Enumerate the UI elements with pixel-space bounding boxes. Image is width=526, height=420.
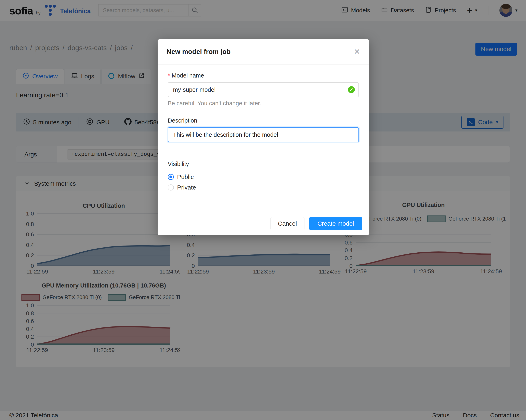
modal-divider xyxy=(168,153,359,153)
close-icon[interactable]: ✕ xyxy=(354,48,360,55)
radio-unselected-icon xyxy=(168,185,174,191)
visibility-label: Visibility xyxy=(168,161,189,167)
app-page: sofia by Telefónica xyxy=(0,0,526,420)
model-name-help: Be careful. You can't change it later. xyxy=(168,100,359,107)
model-name-field-wrap: ✓ xyxy=(168,82,359,97)
radio-private[interactable]: Private xyxy=(168,184,359,191)
create-model-button[interactable]: Create model xyxy=(309,217,362,230)
modal-body: *Model name ✓ Be careful. You can't chan… xyxy=(158,72,369,191)
description-label: Description xyxy=(168,117,197,124)
model-name-label: Model name xyxy=(172,72,204,79)
cancel-button[interactable]: Cancel xyxy=(271,217,304,230)
description-field-wrap xyxy=(168,127,359,142)
description-input[interactable] xyxy=(168,127,359,142)
radio-public[interactable]: Public xyxy=(168,174,359,180)
radio-private-label: Private xyxy=(177,184,196,191)
modal-footer: Cancel Create model xyxy=(271,217,362,230)
radio-public-label: Public xyxy=(177,174,194,180)
modal-header: New model from job ✕ xyxy=(158,39,369,65)
radio-selected-icon xyxy=(168,174,174,180)
model-name-input[interactable] xyxy=(168,82,359,97)
modal-title: New model from job xyxy=(167,48,231,56)
required-asterisk: * xyxy=(168,72,170,79)
valid-check-icon: ✓ xyxy=(348,86,355,93)
new-model-modal: New model from job ✕ *Model name ✓ Be ca… xyxy=(158,39,369,235)
